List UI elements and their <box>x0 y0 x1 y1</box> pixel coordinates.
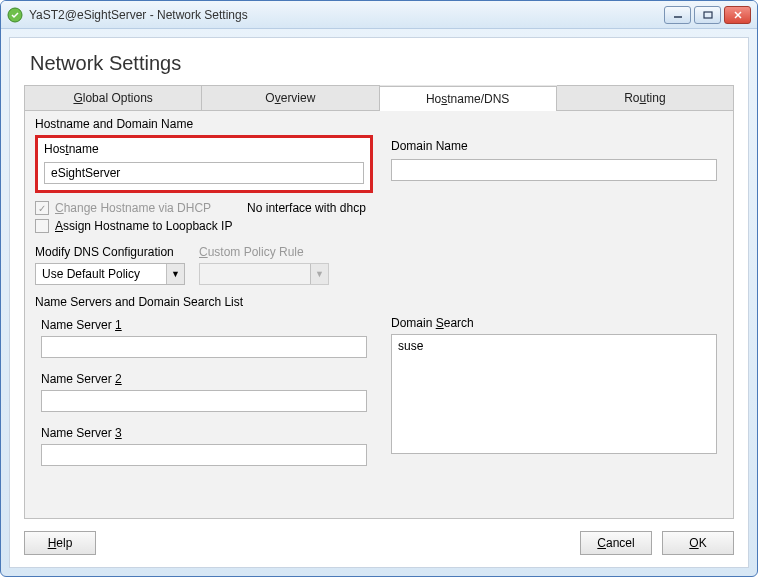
change-hostname-dhcp-checkbox <box>35 201 49 215</box>
tab-hostname-dns[interactable]: Hostname/DNS <box>380 86 557 111</box>
footer: Help Cancel OK <box>24 519 734 555</box>
dropdown-icon: ▼ <box>166 264 184 284</box>
assign-loopback-checkbox[interactable] <box>35 219 49 233</box>
dropdown-icon: ▼ <box>310 264 328 284</box>
ns3-label: Name Server 3 <box>41 426 367 440</box>
tab-global-options[interactable]: Global Options <box>24 85 202 110</box>
no-interface-text: No interface with dhcp <box>247 201 366 215</box>
help-button[interactable]: Help <box>24 531 96 555</box>
ns2-label: Name Server 2 <box>41 372 367 386</box>
hostname-label: Hostname <box>44 142 364 156</box>
ns1-input[interactable] <box>41 336 367 358</box>
hostname-input[interactable] <box>44 162 364 184</box>
ns1-label: Name Server 1 <box>41 318 367 332</box>
domain-label: Domain Name <box>391 139 717 153</box>
tab-bar: Global Options Overview Hostname/DNS Rou… <box>24 85 734 111</box>
maximize-button[interactable] <box>694 6 721 24</box>
cancel-button[interactable]: Cancel <box>580 531 652 555</box>
hostname-highlight: Hostname <box>35 135 373 193</box>
ns-section-heading: Name Servers and Domain Search List <box>35 295 723 309</box>
assign-loopback-label: Assign Hostname to Loopback IP <box>55 219 232 233</box>
tab-overview[interactable]: Overview <box>202 85 379 110</box>
domain-search-label: Domain Search <box>391 316 717 330</box>
page-title: Network Settings <box>30 52 734 75</box>
hostname-section-heading: Hostname and Domain Name <box>35 117 723 131</box>
custom-policy-select: ▼ <box>199 263 329 285</box>
window-title: YaST2@eSightServer - Network Settings <box>29 8 661 22</box>
minimize-button[interactable] <box>664 6 691 24</box>
ns2-input[interactable] <box>41 390 367 412</box>
domain-search-textarea[interactable] <box>391 334 717 454</box>
window-frame: YaST2@eSightServer - Network Settings Ne… <box>0 0 758 577</box>
ns3-input[interactable] <box>41 444 367 466</box>
modify-dns-label: Modify DNS Configuration <box>35 245 185 259</box>
content-area: Network Settings Global Options Overview… <box>9 37 749 568</box>
app-icon <box>7 7 23 23</box>
domain-input[interactable] <box>391 159 717 181</box>
titlebar: YaST2@eSightServer - Network Settings <box>1 1 757 29</box>
custom-policy-label: Custom Policy Rule <box>199 245 329 259</box>
change-hostname-dhcp-label: Change Hostname via DHCP <box>55 201 211 215</box>
ok-button[interactable]: OK <box>662 531 734 555</box>
tab-panel-hostname: Hostname and Domain Name Hostname Domain… <box>24 111 734 519</box>
svg-rect-2 <box>704 12 712 18</box>
close-button[interactable] <box>724 6 751 24</box>
tab-routing[interactable]: Routing <box>557 85 734 110</box>
modify-dns-select[interactable]: Use Default Policy ▼ <box>35 263 185 285</box>
modify-dns-value: Use Default Policy <box>36 267 166 281</box>
